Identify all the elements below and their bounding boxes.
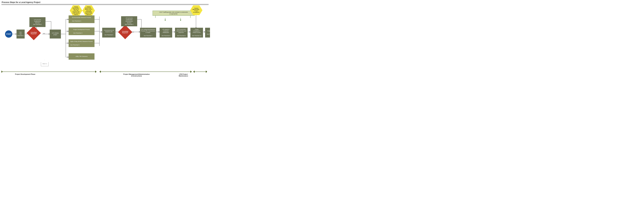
concurrence-box: Concurrence to AdIssued to LPASee Flowch… xyxy=(102,28,116,38)
no1-label: NO xyxy=(43,33,45,34)
video-label: Video 0.1 xyxy=(42,63,47,64)
milestone3-label: FederalMILESTONE –ProjectAcceptance xyxy=(192,8,200,13)
project-closure-label: Project ClosureSee Flowchart 11 xyxy=(207,30,210,35)
env-clearance-box: Environmental Clearance ProcessSee Flowc… xyxy=(68,16,94,23)
lpa-phase-arrow xyxy=(193,70,207,73)
utility-box: Utility / RR Clearance xyxy=(68,53,94,60)
mgmt-phase-label: Project Management/Administration(Constr… xyxy=(100,73,174,77)
env-clearance-label: Environmental Clearance ProcessSee Flowc… xyxy=(72,17,91,22)
lpa-maintenance-label: LPA ProjectMaintenance xyxy=(175,73,192,77)
consultant2-diamond: ConsultantRequired? xyxy=(120,27,130,37)
proj-dev-box: Project Development ProcessSee Flowchart… xyxy=(68,28,94,35)
milestone1-hex: FederalMILESTONE –Top Part ofForm 128Cle… xyxy=(70,5,82,16)
dev-phase-arrow xyxy=(2,70,96,73)
top-bar xyxy=(2,4,208,5)
milestone3-hex: FederalMILESTONE –ProjectAcceptance xyxy=(190,5,202,15)
lpa-procures-eng-box: LPA procuresEngineeringServicesSee Flowc… xyxy=(30,17,46,27)
lpa-award-label: LPA award toContractorMobilizationSee Fl… xyxy=(162,29,170,36)
cdot-staff-box: CDOT Staff/Specialty Units included in c… xyxy=(152,11,194,16)
start-oval: START xyxy=(5,30,12,38)
lpa-letting-box: LPA Letting/AdvertisementProcess thru Co… xyxy=(140,28,156,38)
lpa-construction-box: LPA ConstructionAdministration andInspec… xyxy=(175,28,188,38)
cdot-staff-label: CDOT Staff/Specialty Units included in c… xyxy=(159,12,188,15)
proj-dev-label: Project Development ProcessSee Flowchart… xyxy=(73,29,90,34)
iga-label: IGASeeFlowchart 1 xyxy=(17,32,24,36)
consultant2-label: ConsultantRequired? xyxy=(122,31,128,34)
lpa-procures-const-label: LPA procuresConstructionAdministrationSe… xyxy=(125,17,134,25)
project-closure-box: Project ClosureSee Flowchart 11 xyxy=(205,28,210,38)
consultant1-label: Consultant Required? xyxy=(31,32,37,34)
mgmt-phase-arrow xyxy=(100,70,192,73)
milestone2-hex: FederalMILESTONE –Bottom Part ofForm 128… xyxy=(82,5,95,16)
dev-phase-label: Project Development Phase xyxy=(2,73,49,75)
start-label: START xyxy=(6,33,11,35)
lpa-procures-eng-label: LPA procuresEngineeringServicesSee Flowc… xyxy=(33,19,42,25)
lpa-construction-label: LPA ConstructionAdministration andInspec… xyxy=(176,29,186,36)
lpa-initiates-label: LPA initiatesproject xyxy=(52,32,59,36)
lpa-letting-label: LPA Letting/AdvertisementProcess thru Co… xyxy=(141,29,155,36)
no2-label: NO xyxy=(132,31,134,33)
milestone2-label: FederalMILESTONE –Bottom Part ofForm 128… xyxy=(85,6,92,15)
consultant1-diamond: Consultant Required? xyxy=(29,28,39,38)
page-title: Process Steps for a Local Agency Project xyxy=(0,0,210,4)
bottom-section: Project Development Phase Project Manage… xyxy=(2,70,208,77)
row-clearance-box: Right of Way (ROW) Clearance ProcessSee … xyxy=(68,39,94,47)
lpa-award-box: LPA award toContractorMobilizationSee Fl… xyxy=(160,28,172,38)
project-acceptance-box: ProjectAcceptance /Finals ProcessSee Flo… xyxy=(190,28,203,38)
diagram-container: START IGASeeFlowchart 1 Consultant Requi… xyxy=(2,5,208,70)
utility-label: Utility / RR Clearance xyxy=(76,56,88,58)
lpa-initiates-box: LPA initiatesproject xyxy=(50,30,61,38)
iga-box: IGASeeFlowchart 1 xyxy=(16,30,25,38)
video-shape: Video 0.1 xyxy=(41,60,48,66)
concurrence-label: Concurrence to AdIssued to LPASee Flowch… xyxy=(104,30,114,36)
project-acceptance-label: ProjectAcceptance /Finals ProcessSee Flo… xyxy=(192,29,201,36)
lpa-procures-const-box: LPA procuresConstructionAdministrationSe… xyxy=(121,16,137,26)
milestone1-label: FederalMILESTONE –Top Part ofForm 128Cle… xyxy=(72,6,80,15)
row-clearance-label: Right of Way (ROW) Clearance ProcessSee … xyxy=(70,40,93,46)
